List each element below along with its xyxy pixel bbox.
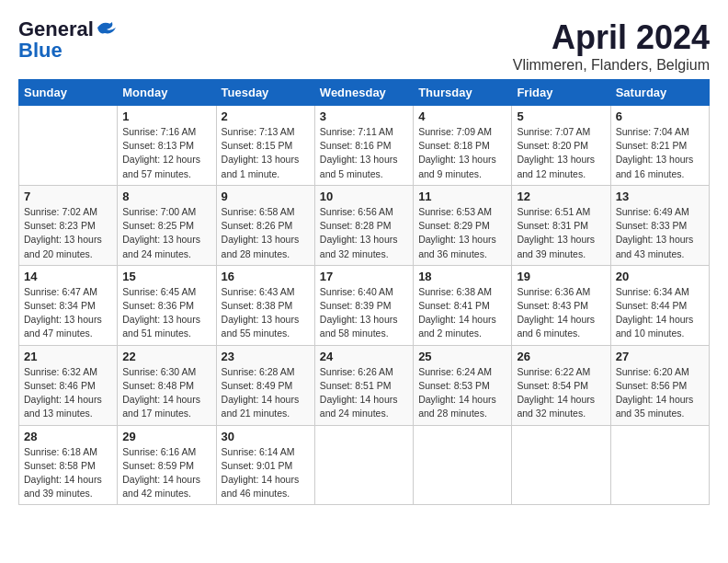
day-cell: 9Sunrise: 6:58 AMSunset: 8:26 PMDaylight… xyxy=(216,185,314,265)
day-info: Sunrise: 6:24 AMSunset: 8:53 PMDaylight:… xyxy=(418,365,506,421)
day-info: Sunrise: 6:36 AMSunset: 8:43 PMDaylight:… xyxy=(517,285,605,341)
day-number: 29 xyxy=(122,430,210,443)
day-number: 12 xyxy=(517,190,605,203)
day-info: Sunrise: 6:53 AMSunset: 8:29 PMDaylight:… xyxy=(418,205,506,261)
day-cell: 17Sunrise: 6:40 AMSunset: 8:39 PMDayligh… xyxy=(314,265,413,345)
day-info: Sunrise: 6:45 AMSunset: 8:36 PMDaylight:… xyxy=(122,285,210,341)
day-cell: 7Sunrise: 7:02 AMSunset: 8:23 PMDaylight… xyxy=(19,185,118,265)
day-number: 23 xyxy=(222,350,310,363)
day-info: Sunrise: 7:09 AMSunset: 8:18 PMDaylight:… xyxy=(418,125,506,181)
day-cell: 29Sunrise: 6:16 AMSunset: 8:59 PMDayligh… xyxy=(118,425,216,505)
subtitle: Vlimmeren, Flanders, Belgium xyxy=(513,57,710,74)
day-cell: 20Sunrise: 6:34 AMSunset: 8:44 PMDayligh… xyxy=(610,265,709,345)
day-number: 17 xyxy=(320,270,408,283)
header-friday: Friday xyxy=(512,80,610,106)
day-info: Sunrise: 7:02 AMSunset: 8:23 PMDaylight:… xyxy=(24,205,112,261)
day-cell: 25Sunrise: 6:24 AMSunset: 8:53 PMDayligh… xyxy=(414,345,512,425)
day-number: 28 xyxy=(24,430,112,443)
logo-bird-icon xyxy=(96,20,116,35)
day-cell: 6Sunrise: 7:04 AMSunset: 8:21 PMDaylight… xyxy=(610,106,709,186)
day-cell: 26Sunrise: 6:22 AMSunset: 8:54 PMDayligh… xyxy=(512,345,610,425)
day-number: 2 xyxy=(222,109,310,123)
day-info: Sunrise: 6:43 AMSunset: 8:38 PMDaylight:… xyxy=(222,285,310,341)
day-info: Sunrise: 7:00 AMSunset: 8:25 PMDaylight:… xyxy=(122,205,210,261)
day-cell: 19Sunrise: 6:36 AMSunset: 8:43 PMDayligh… xyxy=(512,265,610,345)
day-info: Sunrise: 6:49 AMSunset: 8:33 PMDaylight:… xyxy=(616,205,704,261)
day-number: 1 xyxy=(122,109,210,123)
day-number: 25 xyxy=(418,350,506,363)
day-info: Sunrise: 6:58 AMSunset: 8:26 PMDaylight:… xyxy=(222,205,310,261)
day-info: Sunrise: 6:20 AMSunset: 8:56 PMDaylight:… xyxy=(616,365,704,421)
day-cell: 13Sunrise: 6:49 AMSunset: 8:33 PMDayligh… xyxy=(610,185,709,265)
day-cell: 8Sunrise: 7:00 AMSunset: 8:25 PMDaylight… xyxy=(118,185,216,265)
day-cell: 1Sunrise: 7:16 AMSunset: 8:13 PMDaylight… xyxy=(118,106,216,186)
day-number: 21 xyxy=(24,350,112,363)
week-row-5: 28Sunrise: 6:18 AMSunset: 8:58 PMDayligh… xyxy=(19,425,710,505)
day-cell: 2Sunrise: 7:13 AMSunset: 8:15 PMDaylight… xyxy=(216,106,314,186)
day-cell: 11Sunrise: 6:53 AMSunset: 8:29 PMDayligh… xyxy=(414,185,512,265)
day-cell: 16Sunrise: 6:43 AMSunset: 8:38 PMDayligh… xyxy=(216,265,314,345)
day-number: 16 xyxy=(222,270,310,283)
day-number: 5 xyxy=(517,109,605,123)
day-info: Sunrise: 6:28 AMSunset: 8:49 PMDaylight:… xyxy=(222,365,310,421)
day-number: 14 xyxy=(24,270,112,283)
day-cell: 10Sunrise: 6:56 AMSunset: 8:28 PMDayligh… xyxy=(314,185,413,265)
day-cell xyxy=(314,425,413,505)
logo-text: General xyxy=(18,18,94,40)
day-number: 13 xyxy=(616,190,704,203)
day-cell: 18Sunrise: 6:38 AMSunset: 8:41 PMDayligh… xyxy=(414,265,512,345)
day-info: Sunrise: 6:34 AMSunset: 8:44 PMDaylight:… xyxy=(616,285,704,341)
day-number: 15 xyxy=(122,270,210,283)
day-cell: 27Sunrise: 6:20 AMSunset: 8:56 PMDayligh… xyxy=(610,345,709,425)
day-cell xyxy=(19,106,118,186)
week-row-4: 21Sunrise: 6:32 AMSunset: 8:46 PMDayligh… xyxy=(19,345,710,425)
day-info: Sunrise: 7:16 AMSunset: 8:13 PMDaylight:… xyxy=(122,125,210,181)
day-number: 9 xyxy=(222,190,310,203)
day-info: Sunrise: 6:26 AMSunset: 8:51 PMDaylight:… xyxy=(320,365,408,421)
title-block: April 2024 Vlimmeren, Flanders, Belgium xyxy=(513,18,710,74)
day-number: 27 xyxy=(616,350,704,363)
day-info: Sunrise: 6:51 AMSunset: 8:31 PMDaylight:… xyxy=(517,205,605,261)
day-cell: 23Sunrise: 6:28 AMSunset: 8:49 PMDayligh… xyxy=(216,345,314,425)
day-info: Sunrise: 6:14 AMSunset: 9:01 PMDaylight:… xyxy=(222,445,310,501)
day-info: Sunrise: 6:38 AMSunset: 8:41 PMDaylight:… xyxy=(418,285,506,341)
week-row-3: 14Sunrise: 6:47 AMSunset: 8:34 PMDayligh… xyxy=(19,265,710,345)
day-number: 18 xyxy=(418,270,506,283)
day-number: 11 xyxy=(418,190,506,203)
page-header: General Blue April 2024 Vlimmeren, Fland… xyxy=(18,18,710,74)
day-info: Sunrise: 6:22 AMSunset: 8:54 PMDaylight:… xyxy=(517,365,605,421)
day-number: 24 xyxy=(320,350,408,363)
day-cell: 5Sunrise: 7:07 AMSunset: 8:20 PMDaylight… xyxy=(512,106,610,186)
day-info: Sunrise: 6:32 AMSunset: 8:46 PMDaylight:… xyxy=(24,365,112,421)
day-info: Sunrise: 6:40 AMSunset: 8:39 PMDaylight:… xyxy=(320,285,408,341)
main-title: April 2024 xyxy=(513,18,710,57)
day-cell xyxy=(610,425,709,505)
header-saturday: Saturday xyxy=(610,80,709,106)
day-number: 3 xyxy=(320,109,408,123)
day-cell: 4Sunrise: 7:09 AMSunset: 8:18 PMDaylight… xyxy=(414,106,512,186)
week-row-2: 7Sunrise: 7:02 AMSunset: 8:23 PMDaylight… xyxy=(19,185,710,265)
header-monday: Monday xyxy=(118,80,216,106)
header-wednesday: Wednesday xyxy=(314,80,413,106)
day-info: Sunrise: 7:04 AMSunset: 8:21 PMDaylight:… xyxy=(616,125,704,181)
day-cell: 21Sunrise: 6:32 AMSunset: 8:46 PMDayligh… xyxy=(19,345,118,425)
header-tuesday: Tuesday xyxy=(216,80,314,106)
header-thursday: Thursday xyxy=(414,80,512,106)
day-number: 30 xyxy=(222,430,310,443)
logo: General Blue xyxy=(18,18,116,63)
day-cell xyxy=(512,425,610,505)
day-cell: 3Sunrise: 7:11 AMSunset: 8:16 PMDaylight… xyxy=(314,106,413,186)
day-cell: 15Sunrise: 6:45 AMSunset: 8:36 PMDayligh… xyxy=(118,265,216,345)
day-info: Sunrise: 6:47 AMSunset: 8:34 PMDaylight:… xyxy=(24,285,112,341)
day-info: Sunrise: 6:18 AMSunset: 8:58 PMDaylight:… xyxy=(24,445,112,501)
day-number: 22 xyxy=(122,350,210,363)
day-cell: 30Sunrise: 6:14 AMSunset: 9:01 PMDayligh… xyxy=(216,425,314,505)
day-info: Sunrise: 7:11 AMSunset: 8:16 PMDaylight:… xyxy=(320,125,408,181)
day-number: 20 xyxy=(616,270,704,283)
day-number: 6 xyxy=(616,109,704,123)
day-number: 19 xyxy=(517,270,605,283)
day-number: 7 xyxy=(24,190,112,203)
day-cell: 24Sunrise: 6:26 AMSunset: 8:51 PMDayligh… xyxy=(314,345,413,425)
day-cell: 22Sunrise: 6:30 AMSunset: 8:48 PMDayligh… xyxy=(118,345,216,425)
day-cell: 28Sunrise: 6:18 AMSunset: 8:58 PMDayligh… xyxy=(19,425,118,505)
